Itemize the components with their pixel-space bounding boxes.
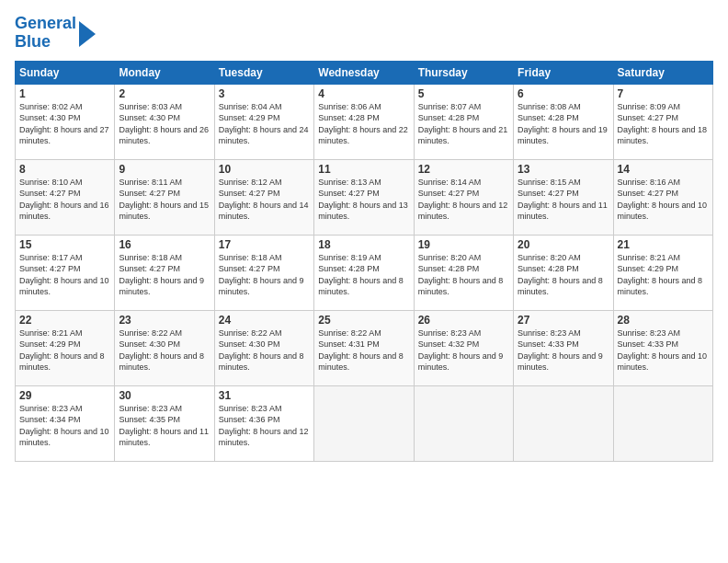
day-info: Sunrise: 8:21 AM Sunset: 4:29 PM Dayligh…	[618, 252, 709, 298]
calendar-cell	[613, 385, 712, 461]
col-header-tuesday: Tuesday	[214, 61, 313, 84]
day-info: Sunrise: 8:12 AM Sunset: 4:27 PM Dayligh…	[219, 177, 310, 223]
logo-text: General Blue	[15, 15, 76, 52]
calendar-cell: 10 Sunrise: 8:12 AM Sunset: 4:27 PM Dayl…	[214, 159, 313, 235]
col-header-friday: Friday	[514, 61, 613, 84]
day-info: Sunrise: 8:08 AM Sunset: 4:28 PM Dayligh…	[518, 101, 609, 147]
calendar-cell	[314, 385, 414, 461]
col-header-sunday: Sunday	[16, 61, 115, 84]
day-number: 31	[219, 389, 310, 402]
day-info: Sunrise: 8:18 AM Sunset: 4:27 PM Dayligh…	[219, 252, 310, 298]
calendar-cell: 28 Sunrise: 8:23 AM Sunset: 4:33 PM Dayl…	[613, 310, 712, 385]
day-info: Sunrise: 8:23 AM Sunset: 4:34 PM Dayligh…	[19, 403, 110, 449]
col-header-monday: Monday	[115, 61, 214, 84]
calendar-week-row: 1 Sunrise: 8:02 AM Sunset: 4:30 PM Dayli…	[16, 84, 713, 159]
calendar-week-row: 15 Sunrise: 8:17 AM Sunset: 4:27 PM Dayl…	[16, 235, 713, 310]
calendar-cell: 3 Sunrise: 8:04 AM Sunset: 4:29 PM Dayli…	[214, 84, 313, 159]
calendar-cell: 14 Sunrise: 8:16 AM Sunset: 4:27 PM Dayl…	[613, 159, 712, 235]
day-info: Sunrise: 8:23 AM Sunset: 4:32 PM Dayligh…	[418, 327, 509, 373]
day-number: 15	[19, 238, 110, 251]
page-container: General Blue SundayMondayTuesdayWednesda…	[0, 0, 728, 469]
day-number: 2	[119, 87, 210, 100]
day-info: Sunrise: 8:04 AM Sunset: 4:29 PM Dayligh…	[219, 101, 310, 147]
day-info: Sunrise: 8:11 AM Sunset: 4:27 PM Dayligh…	[119, 177, 210, 223]
day-info: Sunrise: 8:21 AM Sunset: 4:29 PM Dayligh…	[19, 327, 110, 373]
logo: General Blue	[15, 15, 96, 52]
day-info: Sunrise: 8:20 AM Sunset: 4:28 PM Dayligh…	[518, 252, 609, 298]
calendar-cell: 5 Sunrise: 8:07 AM Sunset: 4:28 PM Dayli…	[414, 84, 513, 159]
calendar-cell: 19 Sunrise: 8:20 AM Sunset: 4:28 PM Dayl…	[414, 235, 513, 310]
day-number: 24	[219, 314, 310, 327]
calendar-cell: 22 Sunrise: 8:21 AM Sunset: 4:29 PM Dayl…	[16, 310, 115, 385]
calendar-cell: 11 Sunrise: 8:13 AM Sunset: 4:27 PM Dayl…	[314, 159, 414, 235]
day-info: Sunrise: 8:16 AM Sunset: 4:27 PM Dayligh…	[618, 177, 709, 223]
logo-arrow-icon	[79, 21, 96, 47]
calendar-cell	[414, 385, 513, 461]
calendar-cell: 7 Sunrise: 8:09 AM Sunset: 4:27 PM Dayli…	[613, 84, 712, 159]
calendar-cell: 30 Sunrise: 8:23 AM Sunset: 4:35 PM Dayl…	[115, 385, 214, 461]
day-info: Sunrise: 8:19 AM Sunset: 4:28 PM Dayligh…	[318, 252, 409, 298]
calendar-cell: 20 Sunrise: 8:20 AM Sunset: 4:28 PM Dayl…	[514, 235, 613, 310]
calendar-cell: 13 Sunrise: 8:15 AM Sunset: 4:27 PM Dayl…	[514, 159, 613, 235]
day-number: 27	[518, 314, 609, 327]
day-number: 10	[219, 163, 310, 176]
calendar-cell: 17 Sunrise: 8:18 AM Sunset: 4:27 PM Dayl…	[214, 235, 313, 310]
calendar-cell	[514, 385, 613, 461]
calendar-cell: 27 Sunrise: 8:23 AM Sunset: 4:33 PM Dayl…	[514, 310, 613, 385]
day-number: 17	[219, 238, 310, 251]
day-number: 19	[418, 238, 509, 251]
day-info: Sunrise: 8:23 AM Sunset: 4:33 PM Dayligh…	[518, 327, 609, 373]
day-number: 18	[318, 238, 409, 251]
calendar-header-row: SundayMondayTuesdayWednesdayThursdayFrid…	[16, 61, 713, 84]
day-info: Sunrise: 8:18 AM Sunset: 4:27 PM Dayligh…	[119, 252, 210, 298]
calendar-cell: 12 Sunrise: 8:14 AM Sunset: 4:27 PM Dayl…	[414, 159, 513, 235]
day-info: Sunrise: 8:23 AM Sunset: 4:33 PM Dayligh…	[618, 327, 709, 373]
day-number: 9	[119, 163, 210, 176]
day-info: Sunrise: 8:23 AM Sunset: 4:35 PM Dayligh…	[119, 403, 210, 449]
calendar-week-row: 29 Sunrise: 8:23 AM Sunset: 4:34 PM Dayl…	[16, 385, 713, 461]
col-header-saturday: Saturday	[613, 61, 712, 84]
day-number: 4	[318, 87, 409, 100]
day-number: 20	[518, 238, 609, 251]
calendar-week-row: 22 Sunrise: 8:21 AM Sunset: 4:29 PM Dayl…	[16, 310, 713, 385]
day-number: 28	[618, 314, 709, 327]
calendar-week-row: 8 Sunrise: 8:10 AM Sunset: 4:27 PM Dayli…	[16, 159, 713, 235]
calendar-cell: 8 Sunrise: 8:10 AM Sunset: 4:27 PM Dayli…	[16, 159, 115, 235]
day-number: 13	[518, 163, 609, 176]
day-number: 16	[119, 238, 210, 251]
calendar-cell: 15 Sunrise: 8:17 AM Sunset: 4:27 PM Dayl…	[16, 235, 115, 310]
calendar-cell: 4 Sunrise: 8:06 AM Sunset: 4:28 PM Dayli…	[314, 84, 414, 159]
day-info: Sunrise: 8:20 AM Sunset: 4:28 PM Dayligh…	[418, 252, 509, 298]
day-info: Sunrise: 8:22 AM Sunset: 4:30 PM Dayligh…	[119, 327, 210, 373]
day-info: Sunrise: 8:22 AM Sunset: 4:31 PM Dayligh…	[318, 327, 409, 373]
day-number: 11	[318, 163, 409, 176]
calendar-cell: 9 Sunrise: 8:11 AM Sunset: 4:27 PM Dayli…	[115, 159, 214, 235]
logo-blue: Blue	[15, 32, 51, 51]
calendar-cell: 24 Sunrise: 8:22 AM Sunset: 4:30 PM Dayl…	[214, 310, 313, 385]
day-info: Sunrise: 8:02 AM Sunset: 4:30 PM Dayligh…	[19, 101, 110, 147]
calendar-cell: 18 Sunrise: 8:19 AM Sunset: 4:28 PM Dayl…	[314, 235, 414, 310]
day-info: Sunrise: 8:23 AM Sunset: 4:36 PM Dayligh…	[219, 403, 310, 449]
day-info: Sunrise: 8:15 AM Sunset: 4:27 PM Dayligh…	[518, 177, 609, 223]
day-info: Sunrise: 8:07 AM Sunset: 4:28 PM Dayligh…	[418, 101, 509, 147]
day-number: 6	[518, 87, 609, 100]
logo-general: General	[15, 14, 76, 32]
day-info: Sunrise: 8:09 AM Sunset: 4:27 PM Dayligh…	[618, 101, 709, 147]
day-number: 21	[618, 238, 709, 251]
page-header: General Blue	[15, 15, 713, 52]
day-number: 7	[618, 87, 709, 100]
day-number: 8	[19, 163, 110, 176]
day-number: 5	[418, 87, 509, 100]
day-info: Sunrise: 8:22 AM Sunset: 4:30 PM Dayligh…	[219, 327, 310, 373]
day-number: 25	[318, 314, 409, 327]
day-number: 22	[19, 314, 110, 327]
day-number: 1	[19, 87, 110, 100]
day-info: Sunrise: 8:14 AM Sunset: 4:27 PM Dayligh…	[418, 177, 509, 223]
calendar-cell: 21 Sunrise: 8:21 AM Sunset: 4:29 PM Dayl…	[613, 235, 712, 310]
calendar-cell: 16 Sunrise: 8:18 AM Sunset: 4:27 PM Dayl…	[115, 235, 214, 310]
calendar-cell: 2 Sunrise: 8:03 AM Sunset: 4:30 PM Dayli…	[115, 84, 214, 159]
col-header-thursday: Thursday	[414, 61, 513, 84]
calendar-cell: 1 Sunrise: 8:02 AM Sunset: 4:30 PM Dayli…	[16, 84, 115, 159]
calendar-table: SundayMondayTuesdayWednesdayThursdayFrid…	[15, 61, 713, 462]
calendar-cell: 26 Sunrise: 8:23 AM Sunset: 4:32 PM Dayl…	[414, 310, 513, 385]
